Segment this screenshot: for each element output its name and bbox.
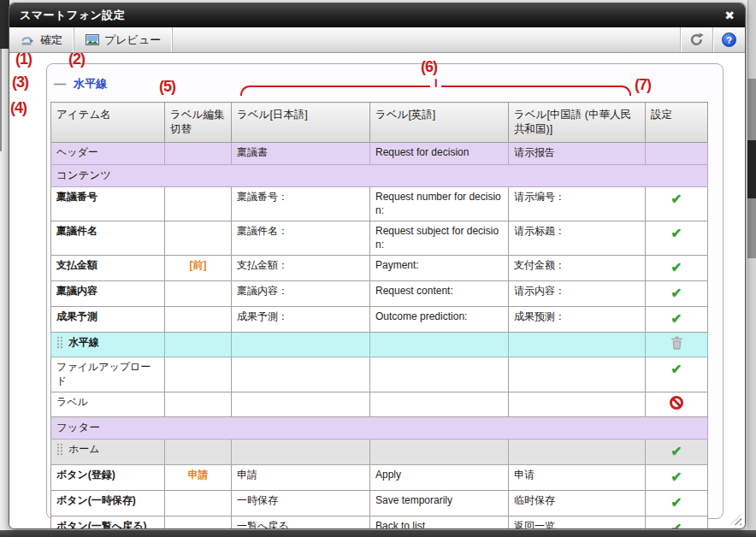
label-edit-toggle-cell[interactable] bbox=[165, 332, 232, 357]
drag-handle-icon[interactable] bbox=[56, 336, 63, 349]
label-edit-toggle-cell[interactable] bbox=[165, 221, 232, 256]
label-zh-cell[interactable]: 请示标题： bbox=[509, 221, 646, 256]
label-en-cell[interactable]: Back to list bbox=[370, 516, 509, 529]
label-ja-cell[interactable] bbox=[232, 332, 370, 357]
page-scrollbar bbox=[747, 0, 756, 530]
label-ja-cell[interactable]: 稟議番号： bbox=[232, 187, 370, 221]
label-en-cell[interactable]: Request content: bbox=[370, 281, 509, 307]
label-zh-cell[interactable]: 请示编号： bbox=[509, 187, 646, 221]
label-en-cell[interactable]: Request subject for decision: bbox=[370, 221, 509, 256]
check-icon[interactable]: ✔ bbox=[670, 286, 682, 300]
label-zh-cell[interactable] bbox=[509, 440, 646, 465]
label-en-cell[interactable]: Request for decision bbox=[370, 143, 509, 165]
setting-cell: ✔ bbox=[646, 306, 708, 332]
label-en-cell[interactable]: Save temporarily bbox=[370, 490, 509, 516]
label-ja-cell[interactable] bbox=[232, 392, 370, 417]
label-ja-cell[interactable]: 一時保存 bbox=[232, 490, 370, 516]
label-ja-cell[interactable]: 稟議件名： bbox=[232, 221, 370, 256]
label-ja-cell[interactable]: 稟議書 bbox=[232, 143, 370, 165]
check-icon[interactable]: ✔ bbox=[670, 226, 682, 240]
check-icon[interactable]: ✔ bbox=[670, 521, 682, 529]
screen: スマートフォン設定 ✖ 確定 プレビュー bbox=[0, 0, 756, 537]
label-ja-cell[interactable]: 稟議内容： bbox=[232, 281, 370, 307]
column-header-5: ラベル[中国語 (中華人民共和国)] bbox=[509, 103, 646, 143]
label-zh-cell[interactable]: 返回一览 bbox=[509, 516, 646, 529]
annotation-3: (3) bbox=[12, 74, 28, 91]
label-ja-cell[interactable]: 成果予測： bbox=[232, 306, 370, 332]
label-zh-cell[interactable]: 临时保存 bbox=[509, 490, 646, 516]
label-en-cell[interactable] bbox=[370, 392, 509, 417]
label-en-cell[interactable]: Request number for decision: bbox=[370, 187, 509, 221]
item-name-cell: ボタン(登録) bbox=[51, 464, 165, 490]
label-en-cell[interactable] bbox=[370, 332, 509, 357]
label-edit-toggle-cell[interactable] bbox=[165, 516, 232, 529]
table-row: ボタン(一覧へ戻る)一覧へ戻るBack to list返回一览✔ bbox=[51, 516, 708, 529]
label-edit-toggle-cell[interactable] bbox=[165, 440, 232, 465]
refresh-button[interactable] bbox=[680, 27, 712, 52]
table-row: ラベル bbox=[51, 392, 708, 417]
check-icon[interactable]: ✔ bbox=[670, 311, 682, 326]
label-edit-toggle-cell[interactable] bbox=[165, 306, 232, 332]
scrollbar-thumb bbox=[747, 140, 756, 198]
label-ja-cell[interactable] bbox=[232, 440, 370, 465]
close-icon[interactable]: ✖ bbox=[724, 9, 735, 21]
bracket-right bbox=[441, 86, 631, 96]
horizontal-line-dash-icon: — bbox=[54, 77, 66, 91]
label-edit-toggle-cell[interactable] bbox=[165, 392, 232, 417]
setting-cell bbox=[646, 392, 708, 417]
help-icon: ? bbox=[722, 32, 736, 47]
label-ja-cell[interactable]: 一覧へ戻る bbox=[232, 516, 370, 529]
check-icon[interactable]: ✔ bbox=[670, 469, 682, 484]
confirm-button[interactable]: 確定 bbox=[9, 27, 74, 52]
check-icon[interactable]: ✔ bbox=[670, 444, 682, 458]
preview-button[interactable]: プレビュー bbox=[74, 27, 173, 52]
table-row: ホーム✔ bbox=[51, 440, 708, 465]
item-name-cell: ボタン(一覧へ戻る) bbox=[51, 516, 165, 529]
form-settings-panel: — 水平線 アイテム名ラベル編集切替ラベル[日本語]ラベル[英語]ラベル[中国語… bbox=[46, 63, 724, 519]
label-zh-cell[interactable]: 请示内容： bbox=[509, 281, 646, 307]
item-name-cell: ラベル bbox=[51, 392, 165, 417]
label-zh-cell[interactable]: 支付金额： bbox=[509, 256, 646, 281]
label-en-cell[interactable]: Outcome prediction: bbox=[370, 306, 509, 332]
dialog-body: — 水平線 アイテム名ラベル編集切替ラベル[日本語]ラベル[英語]ラベル[中国語… bbox=[9, 53, 745, 528]
label-zh-cell[interactable] bbox=[509, 357, 646, 392]
item-name-cell: 成果予測 bbox=[51, 306, 165, 332]
label-zh-cell[interactable] bbox=[509, 392, 646, 417]
column-header-1: アイテム名 bbox=[51, 103, 165, 143]
trash-icon[interactable] bbox=[670, 336, 683, 350]
table-row: 稟議内容稟議内容：Request content:请示内容：✔ bbox=[51, 281, 708, 307]
check-icon[interactable]: ✔ bbox=[670, 362, 682, 376]
check-icon[interactable]: ✔ bbox=[670, 192, 682, 206]
label-zh-cell[interactable]: 请示报告 bbox=[509, 143, 646, 165]
annotation-6-bracket bbox=[240, 86, 631, 97]
label-edit-toggle-cell[interactable] bbox=[165, 490, 232, 516]
label-zh-cell[interactable] bbox=[509, 332, 646, 357]
label-ja-cell[interactable]: 申請 bbox=[232, 464, 370, 490]
item-name: 水平線 bbox=[68, 336, 99, 350]
item-name-cell: ヘッダー bbox=[51, 143, 165, 165]
palette-item-label: 水平線 bbox=[74, 76, 107, 91]
settings-table-head-row: アイテム名ラベル編集切替ラベル[日本語]ラベル[英語]ラベル[中国語 (中華人民… bbox=[51, 103, 708, 143]
label-en-cell[interactable] bbox=[370, 357, 509, 392]
label-en-cell[interactable]: Apply bbox=[370, 464, 509, 490]
label-edit-toggle-cell[interactable] bbox=[165, 281, 232, 307]
label-edit-toggle-cell[interactable]: 申請 bbox=[165, 464, 232, 490]
label-en-cell[interactable]: Payment: bbox=[370, 256, 509, 281]
check-icon[interactable]: ✔ bbox=[670, 260, 682, 274]
drag-handle-icon[interactable] bbox=[56, 443, 63, 456]
help-glyph: ? bbox=[726, 35, 732, 45]
label-zh-cell[interactable]: 成果预测： bbox=[509, 306, 646, 332]
label-zh-cell[interactable]: 申请 bbox=[509, 464, 646, 490]
annotation-4: (4) bbox=[10, 99, 27, 117]
label-ja-cell[interactable]: 支払金額： bbox=[232, 256, 370, 281]
setting-cell: ✔ bbox=[646, 464, 708, 490]
label-edit-toggle-cell[interactable]: [前] bbox=[165, 256, 232, 281]
help-button[interactable]: ? bbox=[712, 27, 745, 52]
palette-item-horizontal-line[interactable]: — 水平線 bbox=[54, 76, 107, 91]
label-edit-toggle-cell[interactable] bbox=[165, 357, 232, 392]
check-icon[interactable]: ✔ bbox=[670, 495, 682, 510]
label-edit-toggle-cell[interactable] bbox=[165, 143, 232, 165]
label-edit-toggle-cell[interactable] bbox=[165, 187, 232, 221]
label-en-cell[interactable] bbox=[370, 440, 509, 465]
label-ja-cell[interactable] bbox=[232, 357, 370, 392]
